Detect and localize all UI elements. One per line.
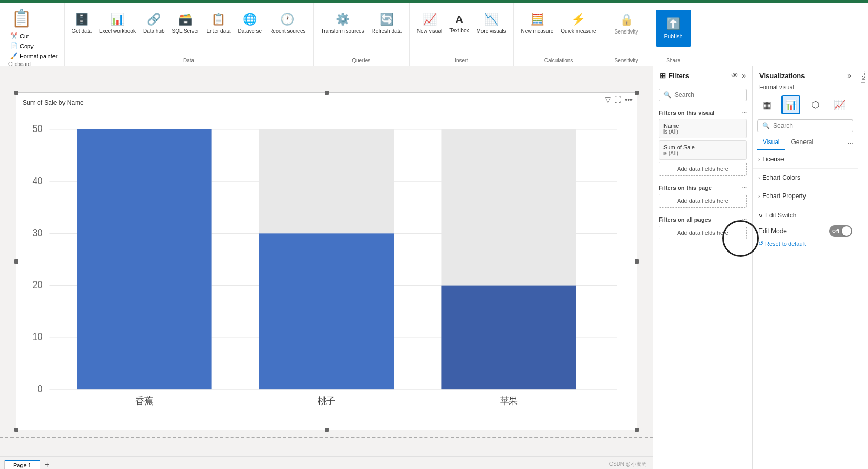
add-page-icon[interactable]: +	[45, 460, 49, 470]
resize-handle-bottom-right[interactable]	[635, 428, 639, 432]
viz-search-input[interactable]	[773, 122, 849, 129]
edit-switch-section: ∨ Edit Switch Edit Mode Off ↺ Reset to d…	[753, 205, 858, 253]
viz-search-box[interactable]: 🔍	[757, 119, 853, 132]
filters-header-icons: 👁 »	[731, 71, 746, 80]
get-data-icon: 🗄️	[74, 13, 89, 26]
chart-container[interactable]: ▽ ⛶ ••• Sum of Sale by Name 50 40 30 20 …	[16, 92, 637, 430]
transform-button[interactable]: ⚙️ Transform sources	[318, 5, 368, 42]
filters-search-icon: 🔍	[663, 91, 671, 99]
filters-this-page-header: Filters on this page ···	[659, 184, 747, 191]
license-chevron-icon: ›	[758, 157, 760, 162]
filters-all-pages-header: Filters on all pages ···	[659, 216, 747, 223]
resize-handle-bottom-left[interactable]	[14, 428, 18, 432]
viz-panel-header: Visualizations »	[753, 66, 858, 82]
refresh-button[interactable]: 🔄 Refresh data	[369, 5, 405, 42]
add-data-fields-all-pages-btn[interactable]: Add data fields here	[659, 226, 747, 239]
fields-panel-stub: Fie...	[858, 66, 868, 469]
more-visuals-button[interactable]: 📉 More visuals	[473, 5, 509, 42]
recent-sources-button[interactable]: 🕐 Recent sources	[266, 5, 308, 42]
filters-all-pages-more-icon[interactable]: ···	[742, 216, 747, 223]
filters-search-box[interactable]: 🔍	[659, 89, 747, 101]
resize-handle-top-left[interactable]	[14, 91, 18, 95]
data-group: 🗄️ Get data 📊 Excel workbook 🔗 Data hub …	[65, 3, 314, 66]
sensitivity-button[interactable]: 🔒 Sensitivity	[608, 5, 645, 42]
sql-icon: 🗃️	[178, 13, 192, 26]
queries-group: ⚙️ Transform sources 🔄 Refresh data Quer…	[314, 3, 410, 66]
resize-handle-bottom-center[interactable]	[325, 428, 329, 432]
chart-title: Sum of Sale by Name	[23, 99, 630, 106]
dataverse-button[interactable]: 🌐 Dataverse	[235, 5, 265, 42]
resize-handle-top-right[interactable]	[635, 91, 639, 95]
viz-tab-visual[interactable]: Visual	[757, 135, 785, 150]
copy-button[interactable]: 📄 Copy	[8, 41, 60, 50]
svg-text:40: 40	[33, 175, 43, 187]
filters-panel: ⊞ Filters 👁 » 🔍 Filters on this visual ·…	[653, 66, 753, 469]
license-section-header[interactable]: › License	[758, 154, 852, 165]
paste-button[interactable]: 📋	[8, 6, 35, 30]
echart-colors-section-header[interactable]: › Echart Colors	[758, 172, 852, 183]
chart-toolbar: ▽ ⛶ •••	[605, 95, 633, 104]
publish-button[interactable]: ⬆️ Publish	[656, 10, 691, 47]
sql-server-button[interactable]: 🗃️ SQL Server	[169, 5, 202, 42]
add-data-fields-visual-btn[interactable]: Add data fields here	[659, 162, 747, 176]
svg-text:10: 10	[33, 331, 43, 343]
filter-icon[interactable]: ▽	[605, 95, 611, 104]
filter-sale-value: is (All)	[663, 150, 742, 156]
resize-handle-middle-right[interactable]	[635, 259, 639, 264]
filter-card-name[interactable]: Name is (All)	[659, 119, 747, 138]
enter-data-button[interactable]: 📋 Enter data	[203, 5, 233, 42]
page-tab-1[interactable]: Page 1	[4, 460, 40, 470]
echart-property-section: › Echart Property	[753, 187, 858, 205]
filter-card-sale[interactable]: Sum of Sale is (All)	[659, 140, 747, 160]
echart-property-section-header[interactable]: › Echart Property	[758, 190, 852, 202]
viz-icon-bar-chart[interactable]: 📊	[781, 95, 800, 114]
reset-to-default-button[interactable]: ↺ Reset to default	[758, 238, 852, 249]
viz-panel-title: Visualizations	[759, 72, 805, 80]
more-options-icon[interactable]: •••	[625, 95, 633, 104]
add-data-fields-page-btn[interactable]: Add data fields here	[659, 194, 747, 208]
focus-mode-icon[interactable]: ⛶	[614, 95, 621, 104]
filters-page-more-icon[interactable]: ···	[742, 184, 747, 191]
data-group-label: Data	[183, 57, 194, 63]
viz-icons-grid: ▦ 📊 ⬡ 📈	[753, 93, 858, 116]
resize-handle-middle-left[interactable]	[14, 259, 18, 264]
cut-button[interactable]: ✂️ Cut	[8, 31, 60, 40]
format-painter-button[interactable]: 🖌️ Format painter	[8, 51, 60, 60]
quick-measure-button[interactable]: ⚡ Quick measure	[558, 5, 599, 42]
edit-mode-row: Edit Mode Off	[758, 224, 852, 238]
excel-button[interactable]: 📊 Excel workbook	[96, 5, 139, 42]
filters-expand-icon[interactable]: »	[742, 71, 746, 80]
insert-group: 📈 New visual A Text box 📉 More visuals I…	[410, 3, 514, 66]
watermark: CSDN @小虎周	[609, 461, 647, 468]
data-hub-button[interactable]: 🔗 Data hub	[140, 5, 168, 42]
sensitivity-group-label: Sensitivity	[615, 57, 638, 63]
clipboard-group: 📋 ✂️ Cut 📄 Copy 🖌️ Format painter Clipbo…	[4, 3, 65, 66]
filters-visual-more-icon[interactable]: ···	[742, 110, 747, 116]
get-data-button[interactable]: 🗄️ Get data	[69, 5, 95, 42]
edit-mode-toggle[interactable]: Off	[829, 225, 852, 237]
edit-switch-header[interactable]: ∨ Edit Switch	[758, 210, 852, 221]
resize-handle-top-center[interactable]	[325, 91, 329, 95]
viz-tab-general[interactable]: General	[786, 135, 819, 150]
viz-icon-table[interactable]: ▦	[757, 95, 776, 114]
viz-icon-scatter[interactable]: ⬡	[806, 95, 825, 114]
new-measure-button[interactable]: 🧮 New measure	[518, 5, 557, 42]
text-box-button[interactable]: A Text box	[446, 5, 472, 42]
filters-search-input[interactable]	[674, 91, 742, 99]
viz-panel-expand-icon[interactable]: »	[847, 71, 851, 80]
filter-sale-label: Sum of Sale	[663, 144, 742, 150]
filters-all-pages-section: Filters on all pages ··· Add data fields…	[653, 212, 752, 244]
bar-chart-svg: 50 40 30 20 10 0	[23, 111, 630, 414]
viz-tab-more-icon[interactable]: ···	[847, 138, 853, 147]
recent-sources-icon: 🕐	[280, 13, 294, 26]
sensitivity-icon: 🔒	[619, 13, 634, 27]
filters-panel-header: ⊞ Filters 👁 »	[653, 66, 752, 84]
toggle-knob	[842, 226, 851, 236]
filters-title: ⊞ Filters	[660, 72, 689, 80]
copy-icon: 📄	[10, 42, 18, 49]
viz-icon-line-chart[interactable]: 📈	[830, 95, 849, 114]
canvas-area[interactable]: ▽ ⛶ ••• Sum of Sale by Name 50 40 30 20 …	[0, 66, 653, 469]
edit-switch-chevron-icon: ∨	[758, 212, 763, 219]
new-visual-button[interactable]: 📈 New visual	[414, 5, 445, 42]
filters-eye-icon[interactable]: 👁	[731, 71, 738, 80]
